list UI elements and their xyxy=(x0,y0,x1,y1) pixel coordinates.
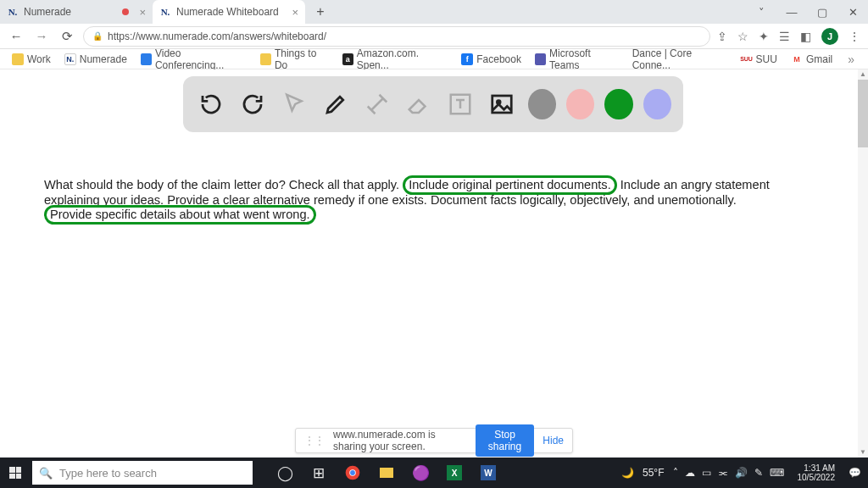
forward-button[interactable]: → xyxy=(32,27,51,46)
stop-sharing-button[interactable]: Stop sharing xyxy=(476,424,535,457)
bookmark-label: SUU xyxy=(756,53,777,65)
new-tab-button[interactable]: + xyxy=(310,2,331,22)
bookmark-work[interactable]: Work xyxy=(8,52,54,67)
word-icon[interactable]: W xyxy=(471,458,505,488)
bookmark-dance[interactable]: Dance | Core Conne... xyxy=(629,46,731,73)
bookmark-label: Work xyxy=(27,53,51,65)
task-view-icon[interactable]: ⊞ xyxy=(302,458,336,488)
scroll-up-icon[interactable]: ▲ xyxy=(858,69,868,80)
bookmark-video[interactable]: Video Conferencing... xyxy=(137,46,250,73)
bookmark-label: Microsoft Teams xyxy=(549,47,619,71)
scroll-down-icon[interactable]: ▼ xyxy=(858,447,868,458)
color-gray-swatch[interactable] xyxy=(528,89,556,119)
extensions-icon[interactable]: ✦ xyxy=(759,30,769,43)
close-icon[interactable]: × xyxy=(292,6,298,19)
explorer-icon[interactable] xyxy=(370,458,403,488)
bookmark-numerade[interactable]: N.Numerade xyxy=(61,52,131,67)
question-text: What should the body of the claim letter… xyxy=(44,178,782,223)
windows-taskbar: 🔍 Type here to search ◯ ⊞ 🟣 X W 🌙 55°F ˄… xyxy=(0,458,868,488)
text-tool[interactable] xyxy=(444,87,476,121)
clock-date: 10/5/2022 xyxy=(798,473,836,482)
menu-icon[interactable]: ⋮ xyxy=(849,30,861,43)
pointer-tool[interactable] xyxy=(278,87,309,121)
bookmark-facebook[interactable]: fFacebook xyxy=(458,52,525,67)
chevron-down-icon[interactable]: ˅ xyxy=(746,0,776,24)
wifi-icon[interactable]: ⫘ xyxy=(718,467,728,479)
redo-button[interactable] xyxy=(236,87,268,121)
tools-icon[interactable] xyxy=(361,87,392,121)
battery-icon[interactable]: ▭ xyxy=(702,467,711,479)
whiteboard-toolbar xyxy=(183,76,683,132)
weather-icon[interactable]: 🌙 xyxy=(621,467,634,479)
taskbar-apps: ◯ ⊞ 🟣 X W xyxy=(268,458,505,488)
question-intro: What should the body of the claim letter… xyxy=(44,178,403,191)
tab-label: Numerade xyxy=(24,6,71,18)
page-content: ▲ ▼ What should the body of the claim le… xyxy=(0,69,868,458)
image-tool[interactable] xyxy=(486,87,517,121)
star-icon[interactable]: ☆ xyxy=(737,30,748,43)
windows-icon xyxy=(9,467,21,479)
bookmarks-overflow-icon[interactable]: » xyxy=(843,53,860,66)
bookmark-gmail[interactable]: MGmail xyxy=(787,52,836,67)
teams-icon[interactable]: 🟣 xyxy=(403,458,437,488)
keyboard-icon[interactable]: ⌨ xyxy=(770,467,784,479)
share-text: www.numerade.com is sharing your screen. xyxy=(333,429,467,452)
start-button[interactable] xyxy=(0,458,31,488)
close-button[interactable]: ✕ xyxy=(837,0,868,24)
minimize-button[interactable]: — xyxy=(776,0,807,24)
browser-titlebar: N. Numerade × N. Numerade Whiteboard × +… xyxy=(0,0,868,24)
search-placeholder: Type here to search xyxy=(59,467,157,480)
tab-label: Numerade Whiteboard xyxy=(176,6,279,18)
bookmark-label: Amazon.com. Spen... xyxy=(357,47,448,71)
bookmarks-bar: Work N.Numerade Video Conferencing... Th… xyxy=(0,49,868,69)
url-text: https://www.numerade.com/answers/whitebo… xyxy=(108,30,326,42)
pen-tool[interactable] xyxy=(320,87,351,121)
chevron-up-icon[interactable]: ˄ xyxy=(673,467,678,479)
address-bar[interactable]: 🔒 https://www.numerade.com/answers/white… xyxy=(83,26,710,47)
scroll-thumb[interactable] xyxy=(858,80,868,147)
close-icon[interactable]: × xyxy=(139,6,146,19)
cortana-icon[interactable]: ◯ xyxy=(268,458,302,488)
bookmark-teams[interactable]: Microsoft Teams xyxy=(531,46,622,73)
maximize-button[interactable]: ▢ xyxy=(807,0,837,24)
back-button[interactable]: ← xyxy=(7,27,25,46)
bookmark-label: Facebook xyxy=(476,53,521,65)
taskbar-search[interactable]: 🔍 Type here to search xyxy=(32,461,253,485)
color-purple-swatch[interactable] xyxy=(643,89,671,119)
bookmark-label: Numerade xyxy=(80,53,127,65)
window-controls: ˅ — ▢ ✕ xyxy=(746,0,868,24)
color-pink-swatch[interactable] xyxy=(566,89,594,119)
notifications-icon[interactable]: 💬 xyxy=(849,467,861,479)
volume-icon[interactable]: 🔊 xyxy=(735,467,748,479)
bookmark-amazon[interactable]: aAmazon.com. Spen... xyxy=(339,46,452,73)
eraser-tool[interactable] xyxy=(403,87,434,121)
profile-avatar[interactable]: J xyxy=(821,28,838,45)
bookmark-todo[interactable]: Things to Do xyxy=(257,46,332,73)
chrome-icon[interactable] xyxy=(336,458,370,488)
taskbar-tray: 🌙 55°F ˄ ☁ ▭ ⫘ 🔊 ✎ ⌨ 1:31 AM 10/5/2022 💬 xyxy=(621,463,868,482)
bookmark-label: Gmail xyxy=(806,53,832,65)
tab-whiteboard[interactable]: N. Numerade Whiteboard × xyxy=(153,0,305,24)
lock-icon: 🔒 xyxy=(92,31,103,41)
bookmark-label: Things to Do xyxy=(275,47,329,71)
screen-share-bar: ⋮⋮ www.numerade.com is sharing your scre… xyxy=(295,428,573,453)
color-green-swatch[interactable] xyxy=(604,89,632,119)
reading-list-icon[interactable]: ☰ xyxy=(779,30,790,43)
share-icon[interactable]: ⇪ xyxy=(717,30,727,43)
scrollbar[interactable]: ▲ ▼ xyxy=(858,69,868,458)
undo-button[interactable] xyxy=(195,87,226,121)
panel-icon[interactable]: ◧ xyxy=(800,30,811,43)
reload-button[interactable]: ⟳ xyxy=(58,27,76,46)
clock-time: 1:31 AM xyxy=(804,463,835,473)
clock[interactable]: 1:31 AM 10/5/2022 xyxy=(793,463,841,482)
bookmark-suu[interactable]: SUUSUU xyxy=(737,52,781,67)
excel-icon[interactable]: X xyxy=(437,458,471,488)
hide-share-button[interactable]: Hide xyxy=(542,435,564,446)
share-handle-icon[interactable]: ⋮⋮ xyxy=(304,435,325,446)
temperature[interactable]: 55°F xyxy=(643,467,664,479)
pen-tray-icon[interactable]: ✎ xyxy=(754,467,763,479)
svg-point-5 xyxy=(350,470,355,475)
tab-numerade[interactable]: N. Numerade × xyxy=(0,0,153,24)
search-icon: 🔍 xyxy=(39,467,53,480)
onedrive-icon[interactable]: ☁ xyxy=(685,467,695,479)
